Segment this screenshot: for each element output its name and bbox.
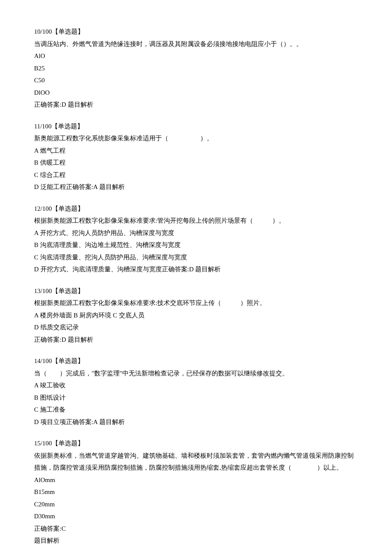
question-stem: 当调压站内、外燃气管道为绝缘连接时，调压器及其附属设备必须接地接地电阻应小于（）… <box>34 38 358 50</box>
question-answer: D 开挖方式、沟底清理质量、沟槽深度与宽度正确答案:D 题目解析 <box>34 263 358 276</box>
question-answer: 正确答案:D 题目解析 <box>34 99 358 111</box>
question-option: C20mm <box>34 498 358 511</box>
question-stem: 当（ ）完成后，"数字监理"中无法新增检查记录，已经保存的数据可以继续修改提交。 <box>34 367 358 380</box>
question-option: DlOO <box>34 87 358 99</box>
question-number: 12/100【单选题】 <box>34 203 358 215</box>
question-15: 15/100【单选题】 依据新奥标准，当燃气管道穿越管沟、建筑物基础、墙和楼板时… <box>34 437 358 547</box>
question-option: C50 <box>34 74 358 87</box>
question-stem: 依据新奥标准，当燃气管道穿越管沟、建筑物基础、墙和楼板时须加装套管，套管内燃内懒… <box>34 450 358 474</box>
question-13: 13/100【单选题】 根据新奥能源工程数字化影像采集标准要求:技术交底环节应上… <box>34 285 358 346</box>
question-option: A 开挖方式、挖沟人员防护用品、沟槽深度与宽度 <box>34 227 358 239</box>
question-option: D 纸质交底记录 <box>34 321 358 334</box>
question-14: 14/100【单选题】 当（ ）完成后，"数字监理"中无法新增检查记录，已经保存… <box>34 355 358 428</box>
question-option: C 施工准备 <box>34 404 358 416</box>
question-stem: 根据新奥能源工程数字化影像采集标准要求:管沟开挖每段上传的照片场景有（ ）。 <box>34 215 358 227</box>
question-option: A 楼房外墙面 B 厨房内环境 C 交底人员 <box>34 309 358 322</box>
question-answer: D 泛能工程正确答案:A 题目解析 <box>34 181 358 193</box>
question-option: C 综合工程 <box>34 169 358 181</box>
question-option: AlOmm <box>34 474 358 486</box>
question-answer: 正确答案:C <box>34 523 358 535</box>
question-option: B 图纸设计 <box>34 392 358 404</box>
question-number: 13/100【单选题】 <box>34 285 358 297</box>
question-10: 10/100【单选题】 当调压站内、外燃气管道为绝缘连接时，调压器及其附属设备必… <box>34 26 358 111</box>
question-option: D30mm <box>34 510 358 523</box>
question-stem: 根据新奥能源工程数字化影像采集标准要求:技术交底环节应上传（ ）照片。 <box>34 297 358 309</box>
question-number: 11/100【单选题】 <box>34 120 358 133</box>
question-number: 10/100【单选题】 <box>34 26 358 38</box>
question-explanation: 题目解析 <box>34 535 358 547</box>
question-stem: 新奥能源工程数字化系统影像采集标准适用于（ ）。 <box>34 132 358 145</box>
question-answer: 正确答案:D 题目解析 <box>34 334 358 346</box>
question-11: 11/100【单选题】 新奥能源工程数字化系统影像采集标准适用于（ ）。 A 燃… <box>34 120 358 193</box>
question-12: 12/100【单选题】 根据新奥能源工程数字化影像采集标准要求:管沟开挖每段上传… <box>34 203 358 276</box>
question-option: B15mm <box>34 486 358 498</box>
question-number: 15/100【单选题】 <box>34 437 358 450</box>
question-option: B 沟底清理质量、沟边堆土规范性、沟槽深度与宽度 <box>34 239 358 251</box>
question-option: B 供暖工程 <box>34 157 358 169</box>
question-option: B25 <box>34 62 358 75</box>
question-option: AlO <box>34 50 358 62</box>
question-option: A 燃气工程 <box>34 145 358 157</box>
question-option: A 竣工验收 <box>34 379 358 392</box>
question-option: C 沟底清理质量、挖沟人员防护用品、沟槽深度与宽度 <box>34 251 358 264</box>
question-answer: D 项目立项正确答案:A 题目解析 <box>34 416 358 428</box>
question-number: 14/100【单选题】 <box>34 355 358 367</box>
